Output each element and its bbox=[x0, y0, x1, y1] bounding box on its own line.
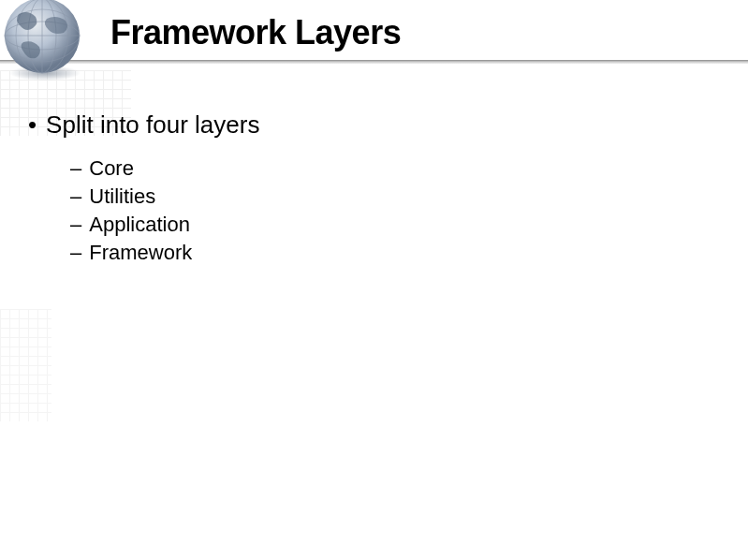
dash-icon: – bbox=[70, 184, 81, 209]
list-item: – Application bbox=[70, 213, 259, 237]
slide-title: Framework Layers bbox=[110, 13, 401, 52]
list-item: – Framework bbox=[70, 241, 259, 265]
sub-item-text: Application bbox=[89, 213, 190, 237]
list-item: – Core bbox=[70, 156, 259, 181]
main-bullet: • Split into four layers bbox=[28, 111, 259, 140]
list-item: – Utilities bbox=[70, 184, 259, 209]
sub-item-text: Utilities bbox=[89, 184, 155, 209]
slide-content: • Split into four layers – Core – Utilit… bbox=[28, 111, 259, 269]
sub-item-text: Framework bbox=[89, 241, 192, 265]
grid-decoration-left bbox=[0, 309, 51, 421]
sub-list: – Core – Utilities – Application – Frame… bbox=[70, 156, 259, 265]
sub-item-text: Core bbox=[89, 156, 134, 181]
bullet-dot-icon: • bbox=[28, 111, 37, 137]
main-bullet-text: Split into four layers bbox=[46, 111, 259, 140]
title-divider bbox=[0, 60, 748, 64]
globe-icon bbox=[0, 0, 94, 84]
dash-icon: – bbox=[70, 213, 81, 237]
dash-icon: – bbox=[70, 241, 81, 265]
dash-icon: – bbox=[70, 156, 81, 181]
